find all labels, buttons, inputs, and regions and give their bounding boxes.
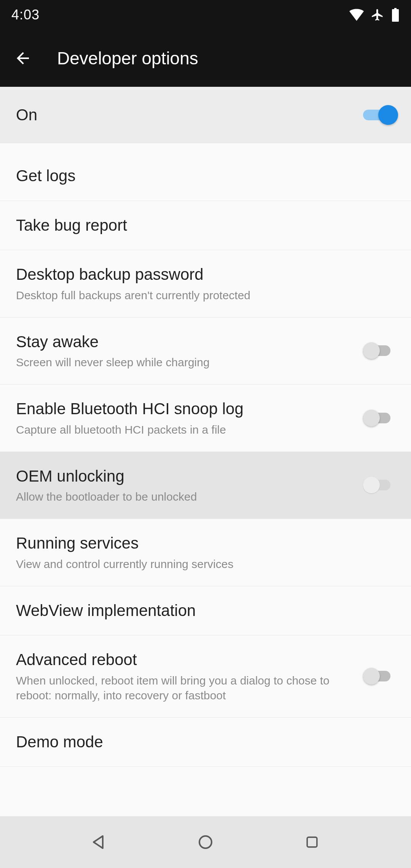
setting-text: Stay awakeScreen will never sleep while … xyxy=(16,332,363,370)
setting-title: Desktop backup password xyxy=(16,265,384,285)
back-button[interactable] xyxy=(11,47,34,70)
setting-toggle[interactable] xyxy=(363,668,395,685)
setting-text: Demo mode xyxy=(16,732,395,752)
svg-point-0 xyxy=(199,836,212,848)
setting-text: WebView implementation xyxy=(16,601,395,621)
setting-title: Get logs xyxy=(16,166,384,186)
status-time: 4:03 xyxy=(11,7,40,23)
setting-row[interactable]: Get logs xyxy=(0,152,411,201)
setting-row[interactable]: Take bug report xyxy=(0,201,411,251)
status-icons xyxy=(349,8,400,22)
arrow-left-icon xyxy=(14,49,32,67)
square-recent-icon xyxy=(304,834,320,850)
setting-title: Enable Bluetooth HCI snoop log xyxy=(16,399,352,419)
setting-title: OEM unlocking xyxy=(16,466,352,487)
page-title: Developer options xyxy=(57,48,198,69)
settings-list: Get logsTake bug reportDesktop backup pa… xyxy=(0,152,411,767)
setting-row[interactable]: Stay awakeScreen will never sleep while … xyxy=(0,318,411,385)
wifi-icon xyxy=(349,9,364,21)
setting-toggle[interactable] xyxy=(363,410,395,426)
setting-row[interactable]: Running servicesView and control current… xyxy=(0,519,411,586)
master-toggle-label: On xyxy=(16,106,37,124)
battery-icon xyxy=(391,8,400,22)
master-toggle-row[interactable]: On xyxy=(0,87,411,143)
circle-home-icon xyxy=(196,833,215,851)
setting-toggle[interactable] xyxy=(363,342,395,359)
svg-rect-1 xyxy=(307,837,317,847)
setting-row[interactable]: Desktop backup passwordDesktop full back… xyxy=(0,250,411,318)
setting-text: Advanced rebootWhen unlocked, reboot ite… xyxy=(16,650,363,703)
setting-title: Advanced reboot xyxy=(16,650,352,670)
setting-subtitle: Capture all bluetooth HCI packets in a f… xyxy=(16,422,352,437)
setting-subtitle: View and control currently running servi… xyxy=(16,557,384,571)
setting-row[interactable]: Enable Bluetooth HCI snoop logCapture al… xyxy=(0,385,411,452)
setting-subtitle: Desktop full backups aren't currently pr… xyxy=(16,288,384,303)
setting-row[interactable]: WebView implementation xyxy=(0,586,411,636)
airplane-icon xyxy=(371,8,384,22)
setting-text: Take bug report xyxy=(16,215,395,236)
navigation-bar xyxy=(0,816,411,868)
setting-title: Take bug report xyxy=(16,215,384,236)
nav-back-button[interactable] xyxy=(86,829,112,855)
setting-text: Desktop backup passwordDesktop full back… xyxy=(16,265,395,303)
setting-title: WebView implementation xyxy=(16,601,384,621)
setting-text: OEM unlockingAllow the bootloader to be … xyxy=(16,466,363,504)
setting-row[interactable]: Advanced rebootWhen unlocked, reboot ite… xyxy=(0,635,411,718)
nav-home-button[interactable] xyxy=(192,829,219,855)
setting-subtitle: When unlocked, reboot item will bring yo… xyxy=(16,673,352,703)
master-toggle-switch[interactable] xyxy=(363,107,395,123)
setting-title: Demo mode xyxy=(16,732,384,752)
setting-row[interactable]: OEM unlockingAllow the bootloader to be … xyxy=(0,452,411,519)
nav-recent-button[interactable] xyxy=(299,829,325,855)
triangle-back-icon xyxy=(90,833,108,851)
setting-subtitle: Allow the bootloader to be unlocked xyxy=(16,489,352,504)
setting-text: Running servicesView and control current… xyxy=(16,533,395,571)
setting-text: Get logs xyxy=(16,166,395,186)
setting-title: Stay awake xyxy=(16,332,352,352)
spacer xyxy=(0,143,411,152)
setting-toggle xyxy=(363,477,395,493)
setting-title: Running services xyxy=(16,533,384,554)
setting-subtitle: Screen will never sleep while charging xyxy=(16,355,352,370)
setting-row[interactable]: Demo mode xyxy=(0,718,411,767)
app-bar: Developer options xyxy=(0,30,411,87)
setting-text: Enable Bluetooth HCI snoop logCapture al… xyxy=(16,399,363,437)
status-bar: 4:03 xyxy=(0,0,411,30)
